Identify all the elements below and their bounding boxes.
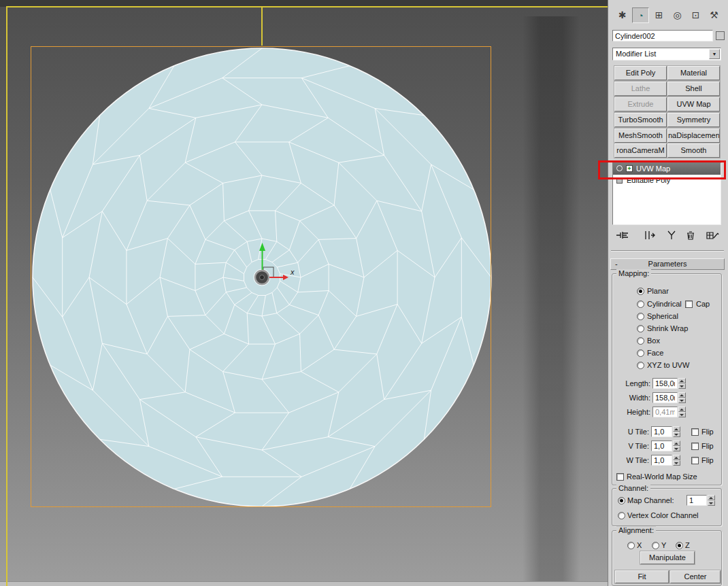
manipulate-button[interactable]: Manipulate: [640, 551, 695, 564]
command-panel: ✱ ◔ ⊞ ◎ ⊡ ⚒ Modifier List ▼ Edit Poly Ma…: [608, 0, 728, 586]
radio-align-y[interactable]: [652, 542, 659, 549]
modifier-button-uvw-map[interactable]: UVW Map: [667, 97, 720, 111]
modifier-button-turbosmooth[interactable]: TurboSmooth: [614, 113, 667, 127]
v-tile-spinner[interactable]: [673, 441, 680, 451]
modifier-button-edit-poly[interactable]: Edit Poly: [614, 66, 667, 80]
radio-planar-label[interactable]: Planar: [647, 286, 669, 296]
configure-modifier-sets-icon[interactable]: [705, 230, 720, 242]
width-label: Width:: [610, 393, 650, 402]
map-channel-label[interactable]: Map Channel:: [627, 496, 674, 505]
radio-xyz-to-uvw[interactable]: [637, 362, 644, 369]
modifier-button-extrude[interactable]: Extrude: [614, 97, 667, 111]
radio-planar[interactable]: [637, 288, 644, 295]
object-name-field[interactable]: [612, 30, 713, 41]
radio-spherical-label[interactable]: Spherical: [647, 311, 678, 321]
real-world-map-size-label[interactable]: Real-World Map Size: [627, 472, 697, 481]
center-button[interactable]: Center: [670, 570, 721, 583]
v-flip-label[interactable]: Flip: [701, 441, 714, 451]
radio-map-channel[interactable]: [618, 497, 625, 504]
annotation-rectangle: [598, 160, 726, 179]
tab-create[interactable]: ✱: [614, 7, 631, 23]
fit-button[interactable]: Fit: [615, 570, 669, 583]
radio-vertex-color-channel[interactable]: [618, 512, 625, 519]
tab-motion[interactable]: ◎: [669, 7, 686, 23]
tab-display[interactable]: ⊡: [687, 7, 704, 23]
height-label: Height:: [610, 407, 650, 417]
object-color-swatch[interactable]: [716, 31, 725, 40]
length-field[interactable]: [652, 378, 678, 389]
length-spinner[interactable]: [678, 378, 686, 389]
modifier-button-shell[interactable]: Shell: [667, 82, 720, 96]
viewport-top[interactable]: x: [0, 0, 608, 586]
radio-cylindrical-label[interactable]: Cylindrical: [647, 299, 682, 309]
w-flip-label[interactable]: Flip: [701, 455, 714, 465]
make-unique-icon[interactable]: [665, 230, 679, 242]
w-flip-checkbox[interactable]: [691, 457, 699, 464]
radio-box[interactable]: [637, 337, 644, 345]
show-end-result-icon[interactable]: [642, 230, 656, 242]
radio-box-label[interactable]: Box: [647, 336, 660, 345]
height-spinner[interactable]: [678, 407, 686, 417]
real-world-map-size-checkbox[interactable]: [616, 473, 624, 481]
modifier-button-material[interactable]: Material: [667, 66, 720, 80]
radio-align-z[interactable]: [676, 542, 683, 549]
radio-xyz-to-uvw-label[interactable]: XYZ to UVW: [647, 360, 689, 370]
collapse-icon[interactable]: -: [615, 259, 618, 269]
w-tile-field[interactable]: [651, 455, 672, 466]
align-x-label[interactable]: X: [637, 540, 642, 550]
pin-stack-icon[interactable]: [615, 230, 631, 242]
modifier-button-lathe[interactable]: Lathe: [614, 82, 667, 96]
panel-divider: [611, 250, 724, 252]
height-field[interactable]: [652, 407, 678, 417]
rollout-title: Parameters: [648, 260, 687, 268]
cap-checkbox[interactable]: [685, 300, 693, 308]
v-tile-field[interactable]: [651, 441, 672, 451]
radio-face-label[interactable]: Face: [647, 348, 663, 358]
align-y-label[interactable]: Y: [661, 540, 666, 550]
radio-shrink-wrap[interactable]: [637, 325, 644, 332]
channel-group: [612, 488, 722, 526]
modifier-list-dropdown[interactable]: Modifier List ▼: [612, 48, 721, 61]
w-tile-spinner[interactable]: [673, 455, 680, 466]
width-field[interactable]: [652, 392, 678, 403]
modifier-list-label: Modifier List: [616, 50, 656, 58]
mapping-group-label: Mapping:: [616, 269, 651, 277]
u-flip-checkbox[interactable]: [691, 428, 699, 436]
length-label: Length:: [610, 379, 650, 388]
radio-shrink-wrap-label[interactable]: Shrink Wrap: [647, 324, 688, 333]
v-flip-checkbox[interactable]: [691, 443, 699, 450]
u-tile-field[interactable]: [651, 426, 672, 437]
map-channel-field[interactable]: [686, 495, 707, 506]
parameters-rollout-header[interactable]: - Parameters: [610, 258, 725, 270]
modifier-button-meshsmooth[interactable]: MeshSmooth: [614, 128, 667, 143]
vertex-color-channel-label[interactable]: Vertex Color Channel: [627, 511, 699, 520]
tab-hierarchy[interactable]: ⊞: [650, 7, 667, 23]
v-tile-label: V Tile:: [610, 441, 649, 451]
channel-group-label: Channel:: [616, 484, 650, 492]
remove-modifier-icon[interactable]: [684, 230, 698, 242]
u-tile-spinner[interactable]: [673, 426, 680, 437]
map-channel-spinner[interactable]: [708, 495, 715, 506]
modifier-button-displacement[interactable]: naDisplacemen: [667, 128, 720, 143]
active-viewport-border-top: [7, 6, 608, 7]
u-tile-label: U Tile:: [610, 427, 649, 436]
radio-face[interactable]: [637, 349, 644, 357]
radio-align-x[interactable]: [627, 542, 635, 549]
modifier-button-camera-mod[interactable]: ronaCameraM: [614, 143, 667, 158]
viewport-bottom-edge: [0, 581, 608, 586]
align-z-label[interactable]: Z: [685, 540, 690, 550]
modifier-button-smooth[interactable]: Smooth: [667, 143, 720, 158]
tab-modify[interactable]: ◔: [632, 7, 649, 23]
w-tile-label: W Tile:: [610, 455, 649, 465]
viewport-splitter-line: [261, 7, 263, 46]
width-spinner[interactable]: [678, 392, 686, 403]
application-window: x ✱ ◔ ⊞ ◎ ⊡ ⚒ Modifier List ▼ Edit Poly …: [0, 0, 728, 586]
tab-utilities[interactable]: ⚒: [706, 7, 723, 23]
modifier-button-symmetry[interactable]: Symmetry: [667, 113, 720, 127]
u-flip-label[interactable]: Flip: [701, 427, 714, 436]
chevron-down-icon[interactable]: ▼: [709, 49, 720, 59]
cap-checkbox-label[interactable]: Cap: [696, 299, 710, 309]
radio-spherical[interactable]: [637, 313, 644, 320]
active-viewport-border-left: [6, 6, 7, 586]
radio-cylindrical[interactable]: [637, 300, 644, 308]
